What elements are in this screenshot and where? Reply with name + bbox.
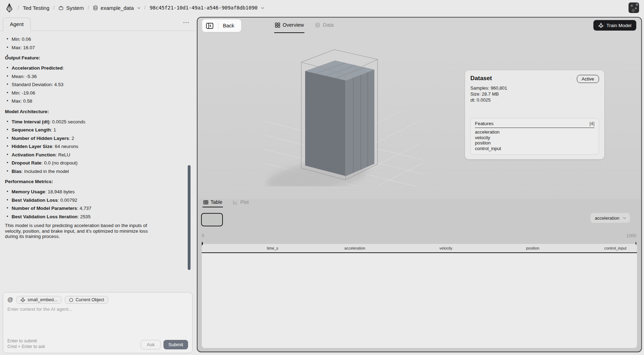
table-column-header: acceleration <box>289 246 376 250</box>
tab-table[interactable]: Table <box>202 198 223 207</box>
line-chart-icon <box>233 200 238 205</box>
tab-agent[interactable]: Agent <box>3 18 31 31</box>
chevron-down-icon <box>261 6 264 9</box>
feature-item: control_input <box>475 146 594 151</box>
dataset-size: Size: 28.7 MB <box>470 91 599 97</box>
grid-icon <box>275 22 280 28</box>
table-icon <box>203 200 208 205</box>
circle-icon <box>69 298 73 302</box>
breadcrumb-dataset[interactable]: example_data <box>93 5 140 11</box>
agent-bullet-item: Min: 0.06 <box>5 36 189 43</box>
package-icon <box>58 5 64 11</box>
agent-bullet-item: Number of Hidden Layers: 2 <box>5 135 189 142</box>
agent-bullet-item: Min: -19.06 <box>5 90 189 97</box>
submit-button[interactable]: Submit <box>163 340 188 349</box>
divider <box>218 22 218 29</box>
agent-bullet-item: Bias: Included in the model <box>5 168 189 175</box>
back-button[interactable]: Back <box>223 23 234 28</box>
breadcrumb-separator: / <box>53 5 55 11</box>
data-table: time_saccelerationvelocitypositioncontro… <box>202 244 637 348</box>
agent-panel-header: Agent ⋯ <box>0 15 195 31</box>
tab-plot[interactable]: Plot <box>232 198 249 207</box>
dataset-card-title: Dataset <box>470 75 492 82</box>
sidebar-scrollbar[interactable] <box>188 165 191 270</box>
database-icon <box>93 5 98 11</box>
agent-content: Min: 0.06Max: 16.07Output Feature:Accele… <box>0 31 195 292</box>
network-icon <box>20 297 25 302</box>
dataset-samples: Samples: 960,801 <box>470 85 599 91</box>
context-chip-current-object[interactable]: Current Object <box>65 296 108 304</box>
mention-icon[interactable]: @ <box>7 297 13 303</box>
agent-section-heading: Output Feature: <box>5 55 189 60</box>
topbar: / Ted Testing / System / example_data / … <box>0 0 644 15</box>
slider-min-label: 0 <box>202 233 204 238</box>
feature-select-dropdown[interactable]: acceleration <box>591 213 630 223</box>
features-count: [4] <box>590 121 594 126</box>
agent-bullet-item: Max: 16.07 <box>5 44 189 51</box>
main-panel: Back Overview <box>197 17 642 352</box>
table-column-header: position <box>463 246 550 250</box>
chat-hints: Enter to submit Cmd + Enter to ask <box>7 338 45 349</box>
breadcrumb-separator: / <box>18 5 19 11</box>
feature-item: acceleration <box>475 129 594 135</box>
agent-bullet-item: Mean: -5.36 <box>5 73 189 80</box>
back-group: Back <box>202 19 241 32</box>
user-avatar[interactable] <box>629 2 639 13</box>
database-icon <box>315 22 320 28</box>
agent-chat-box: @ small_embed... Current Object <box>3 292 193 353</box>
breadcrumb-separator: / <box>88 5 89 11</box>
feature-item: position <box>475 140 594 146</box>
dataset-card: Dataset Active Samples: 960,801 Size: 28… <box>465 70 604 159</box>
agent-sidebar: Agent ⋯ Min: 0.06Max: 16.07Output Featur… <box>0 15 195 355</box>
agent-bullet-item: Hidden Layer Size: 64 neurons <box>5 143 189 150</box>
table-column-header: control_input <box>550 246 637 250</box>
train-model-button[interactable]: Train Model <box>593 20 636 31</box>
main-header: Back Overview <box>198 18 641 33</box>
breadcrumb-workspace[interactable]: Ted Testing <box>23 5 50 11</box>
agent-section-heading: Model Architecture: <box>5 109 189 114</box>
3d-model-box <box>264 39 423 186</box>
agent-bullet-item: Memory Usage: 18,948 bytes <box>5 188 189 195</box>
agent-bullet-item: Sequence Length: 1 <box>5 127 189 134</box>
breadcrumb-system[interactable]: System <box>58 5 84 11</box>
active-status-badge[interactable]: Active <box>577 75 599 83</box>
chevron-down-icon <box>137 6 141 9</box>
table-column-header: time_s <box>202 246 289 250</box>
chevron-down-icon <box>623 216 626 220</box>
agent-bullet-item: Max: 0.58 <box>5 98 189 105</box>
agent-section-heading: Performance Metrics: <box>5 179 189 184</box>
table-column-header: velocity <box>376 246 463 250</box>
agent-bullet-item: Time Interval (dt): 0.0025 seconds <box>5 118 189 125</box>
network-icon <box>598 23 604 28</box>
dataset-dt: dt: 0.0025 <box>470 97 599 103</box>
agent-bullet-item: Acceleration Predicted: <box>5 65 189 72</box>
ask-button[interactable]: Ask <box>141 340 161 349</box>
agent-bullet-item: Standard Deviation: 4.53 <box>5 81 189 88</box>
agent-context-input[interactable] <box>7 306 188 338</box>
context-chip-model[interactable]: small_embed... <box>16 296 62 304</box>
breadcrumb-separator: / <box>144 5 146 11</box>
tab-overview[interactable]: Overview <box>274 18 304 33</box>
agent-bullet-item: Dropout Rate: 0.0 (no dropout) <box>5 160 189 167</box>
app-logo-icon[interactable] <box>5 3 14 13</box>
agent-paragraph: This model is used for predicting accele… <box>5 223 160 239</box>
agent-bullet-item: Number of Model Parameters: 4,737 <box>5 205 189 212</box>
breadcrumb-object-id[interactable]: 98c45f21-10d1-49a1-a546-909af8db1090 <box>149 5 264 11</box>
agent-bullet-item: Activation Function: ReLU <box>5 151 189 159</box>
agent-bullet-item: Best Validation Loss Iteration: 2535 <box>5 213 189 220</box>
collapse-sidebar-icon[interactable] <box>206 22 213 29</box>
ellipsis-menu-icon[interactable]: ⋯ <box>183 18 190 26</box>
tab-data[interactable]: Data <box>314 18 334 33</box>
features-title: Features <box>475 121 494 126</box>
agent-bullet-item: Best Validation Loss: 0.00792 <box>5 197 189 204</box>
range-thumbnail[interactable] <box>201 213 223 226</box>
slider-max-label: 1000 <box>626 233 636 238</box>
features-box: Features [4] accelerationvelocitypositio… <box>470 118 599 155</box>
feature-item: velocity <box>475 135 594 141</box>
